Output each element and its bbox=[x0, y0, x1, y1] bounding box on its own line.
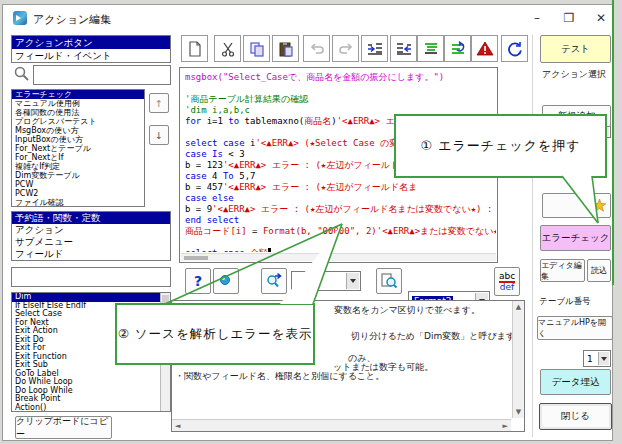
format-source-icon bbox=[423, 41, 439, 57]
doc-search-icon bbox=[380, 272, 398, 290]
move-up-button[interactable]: ↑ bbox=[149, 93, 169, 113]
copy-icon bbox=[249, 41, 265, 57]
editor-edit-button[interactable]: エディタ編集 bbox=[540, 259, 585, 282]
run-dot-icon bbox=[219, 274, 233, 288]
redo-icon bbox=[338, 41, 354, 57]
list-item[interactable]: PCW bbox=[12, 180, 144, 189]
cropped-callout-edge bbox=[612, 0, 614, 285]
list-item[interactable]: For_Nextとテーブル bbox=[12, 144, 144, 153]
help-h-scrollbar[interactable]: ◄ ► bbox=[172, 419, 511, 431]
error-check-toolbar-button[interactable] bbox=[471, 35, 498, 62]
list-item[interactable]: PCW2 bbox=[12, 189, 144, 198]
list-item[interactable]: アクションボタン bbox=[12, 36, 170, 49]
action-select-label: アクション選択 bbox=[542, 68, 606, 81]
abc-def-convert-button[interactable]: abc def bbox=[494, 267, 520, 296]
callout-2: ② ソースを解析しエラーを表示 bbox=[115, 303, 315, 365]
scroll-up-icon[interactable]: ▲ bbox=[513, 303, 524, 311]
sample-list[interactable]: エラーチェックマニュアル使用例各種関数の使用法プログレスバーテストMsgBoxの… bbox=[11, 89, 145, 207]
list-item[interactable]: For_NextとIf bbox=[12, 153, 144, 162]
list-item[interactable]: 各種関数の使用法 bbox=[12, 108, 144, 117]
move-down-button[interactable]: ↓ bbox=[149, 125, 169, 145]
search-jump-icon bbox=[265, 272, 283, 290]
help-line: ・関数やフィールド名、権限名と別個にすること。 bbox=[175, 370, 384, 383]
test-button[interactable]: テスト bbox=[540, 35, 611, 63]
close-button[interactable]: 閉じる bbox=[539, 403, 612, 430]
paste-button[interactable] bbox=[272, 35, 299, 62]
help-v-scrollbar[interactable]: ▲ ▼ bbox=[512, 301, 524, 418]
cut-button[interactable] bbox=[214, 35, 241, 62]
screenshot-stage: アクション編集 – ❐ ✕ アクションボタンフィールド・イベント エラーチェック… bbox=[0, 0, 622, 444]
new-file-icon bbox=[187, 41, 203, 57]
scroll-down-icon[interactable]: ▼ bbox=[513, 408, 524, 416]
list-item[interactable]: 予約語・関数・定数 bbox=[12, 212, 170, 224]
refresh-button[interactable] bbox=[501, 35, 528, 62]
doc-search-button[interactable] bbox=[376, 268, 402, 294]
load-button[interactable]: 読込 bbox=[587, 259, 611, 282]
error-check-icon bbox=[476, 41, 494, 57]
list-item[interactable]: MsgBoxの使い方 bbox=[12, 126, 144, 135]
undo-icon bbox=[309, 41, 325, 57]
cut-icon bbox=[220, 41, 236, 57]
error-check-button[interactable]: エラーチェック bbox=[540, 225, 611, 251]
filter-input[interactable] bbox=[11, 267, 171, 287]
scroll-right-icon[interactable]: ► bbox=[503, 422, 508, 430]
indent-left-icon bbox=[396, 41, 412, 57]
def-label: def bbox=[500, 283, 514, 292]
combo-arrow-icon[interactable] bbox=[598, 352, 609, 365]
title-bar: アクション編集 – ❐ ✕ bbox=[3, 5, 612, 31]
run-button[interactable] bbox=[213, 268, 239, 294]
maximize-button[interactable]: ❐ bbox=[556, 9, 582, 27]
copy-to-clipboard-button[interactable]: クリップボードにコピー bbox=[15, 416, 112, 439]
list-item[interactable]: Dim変数テーブル bbox=[12, 171, 144, 180]
category-list[interactable]: 予約語・関数・定数アクションサブメニューフィールド bbox=[11, 211, 171, 261]
table-number-value: 1 bbox=[587, 354, 593, 364]
paste-icon bbox=[278, 41, 294, 57]
list-item[interactable]: プログレスバーテスト bbox=[12, 117, 144, 126]
settings-button[interactable] bbox=[542, 193, 611, 218]
app-window: アクション編集 – ❐ ✕ アクションボタンフィールド・イベント エラーチェック… bbox=[2, 4, 613, 441]
panel-divider bbox=[532, 35, 533, 437]
list-item[interactable]: サブメニュー bbox=[12, 236, 170, 248]
list-item[interactable]: フィールド bbox=[12, 248, 170, 260]
indent-left-button[interactable] bbox=[390, 35, 417, 62]
sparkle-icon bbox=[593, 199, 606, 212]
help-line: 変数名をカンマ区切りで並べます。 bbox=[334, 304, 480, 317]
table-number-label: テーブル番号 bbox=[539, 296, 591, 308]
manual-hp-button[interactable]: マニュアルHPを開く bbox=[537, 316, 613, 340]
reformat-source-button[interactable] bbox=[444, 35, 471, 62]
list-item[interactable]: アクション bbox=[12, 224, 170, 236]
window-title: アクション編集 bbox=[33, 12, 111, 27]
reformat-source-icon bbox=[450, 41, 466, 57]
data-embed-button[interactable]: データ埋込 bbox=[540, 369, 611, 395]
editor-h-scrollbar[interactable] bbox=[181, 253, 496, 261]
table-number-combo[interactable]: 1 bbox=[583, 350, 611, 367]
list-item[interactable]: Action() bbox=[12, 404, 170, 413]
search-word-combo[interactable] bbox=[291, 271, 361, 291]
list-item[interactable]: エラーチェック bbox=[12, 90, 144, 99]
list-item[interactable]: ファイル確認 bbox=[12, 198, 144, 207]
list-item[interactable]: マニュアル使用例 bbox=[12, 99, 144, 108]
indent-right-icon bbox=[367, 41, 383, 57]
indent-right-button[interactable] bbox=[361, 35, 388, 62]
list-item[interactable]: InputBoxの使い方 bbox=[12, 135, 144, 144]
search-jump-button[interactable] bbox=[261, 268, 287, 294]
action-type-list[interactable]: アクションボタンフィールド・イベント bbox=[11, 35, 171, 63]
list-item[interactable]: 複雑なIf判定 bbox=[12, 162, 144, 171]
app-icon bbox=[13, 11, 27, 25]
search-icon bbox=[13, 65, 31, 83]
redo-button[interactable] bbox=[332, 35, 359, 62]
help-button[interactable]: ? bbox=[185, 268, 211, 294]
combo-arrow-icon[interactable] bbox=[346, 273, 359, 289]
callout-1: ① エラーチェックを押す bbox=[394, 114, 607, 178]
format-source-button[interactable] bbox=[417, 35, 444, 62]
abc-label: abc bbox=[499, 272, 515, 283]
help-line: 切り分けるため「Dim変数」と呼びます。 bbox=[351, 330, 524, 343]
minimize-button[interactable]: – bbox=[524, 9, 550, 27]
undo-button[interactable] bbox=[303, 35, 330, 62]
search-input[interactable] bbox=[33, 65, 171, 85]
close-window-button[interactable]: ✕ bbox=[588, 9, 614, 27]
list-item[interactable]: フィールド・イベント bbox=[12, 49, 170, 62]
scroll-left-icon[interactable]: ◄ bbox=[175, 422, 180, 430]
copy-button[interactable] bbox=[243, 35, 270, 62]
new-file-button[interactable] bbox=[181, 35, 208, 62]
